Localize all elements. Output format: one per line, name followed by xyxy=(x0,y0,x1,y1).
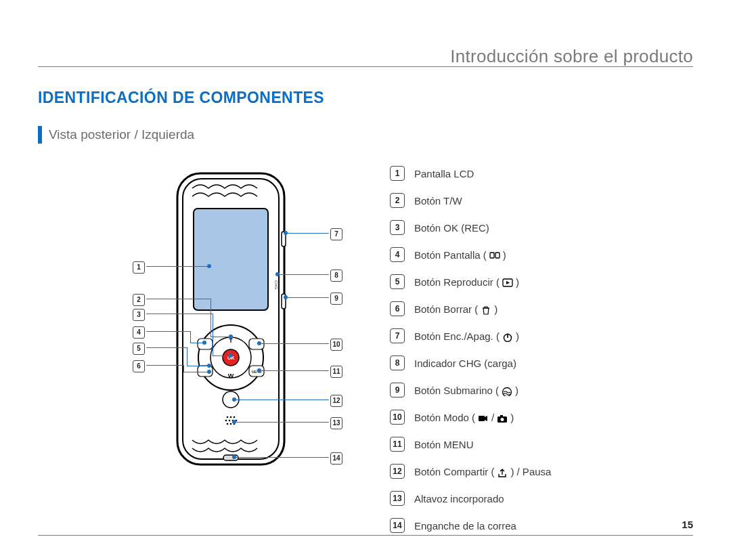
legend-number: 1 xyxy=(390,166,405,181)
legend-row: 12Botón Compartir () / Pausa xyxy=(390,458,693,485)
legend-text: Botón Enc./Apag. () xyxy=(414,330,519,341)
svg-point-18 xyxy=(225,420,227,422)
content-row: CHG OK T W xyxy=(38,160,693,539)
chapter-title: Introducción sobre el producto xyxy=(450,46,693,67)
slash: / xyxy=(491,412,494,423)
legend-row: 4Botón Pantalla () xyxy=(390,241,693,268)
view-heading: Vista posterior / Izquierda xyxy=(38,126,693,144)
legend-number: 4 xyxy=(390,247,405,262)
display-icon xyxy=(489,249,500,260)
legend-text: Botón Borrar () xyxy=(414,303,497,314)
callout-3: 3 xyxy=(133,307,145,321)
legend-number: 11 xyxy=(390,437,405,452)
view-label: Vista posterior / Izquierda xyxy=(49,127,194,142)
power-icon xyxy=(502,330,513,341)
legend-text: Altavoz incorporado xyxy=(414,493,504,504)
legend-text: Botón Pantalla () xyxy=(414,249,506,260)
legend-number: 10 xyxy=(390,410,405,425)
legend-number: 14 xyxy=(390,518,405,533)
device-diagram: CHG OK T W xyxy=(38,160,376,512)
svg-rect-2 xyxy=(194,209,268,310)
trash-icon xyxy=(481,303,491,314)
legend-text: Enganche de la correa xyxy=(414,520,516,532)
camera-icon xyxy=(497,411,508,423)
svg-point-22 xyxy=(227,423,229,425)
svg-point-15 xyxy=(227,416,229,418)
legend-row: 13Altavoz incorporado xyxy=(390,485,693,512)
accent-bar xyxy=(38,126,42,144)
play-icon xyxy=(502,276,513,287)
svg-point-16 xyxy=(230,416,232,418)
page-number: 15 xyxy=(682,519,693,530)
underwater-icon xyxy=(502,384,512,395)
legend-row: 11Botón MENU xyxy=(390,431,693,458)
legend-number: 2 xyxy=(390,193,405,208)
device-illustration: CHG OK T W xyxy=(173,169,288,477)
legend-text: Botón Modo (/) xyxy=(414,411,514,423)
callout-11: 11 xyxy=(330,364,342,378)
manual-page: Introducción sobre el producto IDENTIFIC… xyxy=(0,0,731,560)
legend-row: 5Botón Reproducir () xyxy=(390,268,693,295)
callout-5: 5 xyxy=(133,341,145,355)
legend-text: Botón Submarino () xyxy=(414,384,518,395)
legend-text: Indicador CHG (carga) xyxy=(414,358,516,369)
svg-point-17 xyxy=(234,416,236,418)
legend-list: 1Pantalla LCD2Botón T/W3Botón OK (REC)4B… xyxy=(376,160,693,539)
legend-text: Botón MENU xyxy=(414,439,474,450)
legend-row: 9Botón Submarino () xyxy=(390,376,693,404)
legend-number: 7 xyxy=(390,328,405,343)
callout-9: 9 xyxy=(330,291,342,305)
video-icon xyxy=(478,411,489,423)
legend-number: 13 xyxy=(390,491,405,506)
legend-row: 6Botón Borrar () xyxy=(390,295,693,322)
callout-13: 13 xyxy=(330,416,342,429)
legend-row: 1Pantalla LCD xyxy=(390,160,693,187)
section-title: IDENTIFICACIÓN DE COMPONENTES xyxy=(38,89,693,107)
legend-row: 2Botón T/W xyxy=(390,187,693,214)
svg-point-23 xyxy=(230,423,232,425)
legend-number: 9 xyxy=(390,383,405,397)
legend-row: 7Botón Enc./Apag. () xyxy=(390,322,693,349)
footer-rule xyxy=(38,535,693,536)
callout-10: 10 xyxy=(330,337,342,351)
legend-number: 12 xyxy=(390,464,405,479)
legend-text: Botón OK (REC) xyxy=(414,222,489,234)
legend-number: 3 xyxy=(390,220,405,235)
callout-8: 8 xyxy=(330,268,342,282)
svg-text:W: W xyxy=(228,372,234,379)
callout-1: 1 xyxy=(133,260,145,274)
legend-row: 10Botón Modo (/) xyxy=(390,404,693,431)
legend-text: Botón Compartir () / Pausa xyxy=(414,465,551,477)
svg-rect-11 xyxy=(249,339,264,349)
legend-text: Pantalla LCD xyxy=(414,168,474,179)
legend-text: Botón Reproducir () xyxy=(414,276,519,287)
share-icon xyxy=(497,465,508,477)
callout-4: 4 xyxy=(133,325,145,339)
callout-12: 12 xyxy=(330,393,342,407)
legend-row: 3Botón OK (REC) xyxy=(390,214,693,241)
svg-point-19 xyxy=(229,420,231,422)
chg-label: CHG xyxy=(274,280,278,290)
legend-text: Botón T/W xyxy=(414,195,462,207)
legend-number: 6 xyxy=(390,301,405,316)
legend-number: 5 xyxy=(390,274,405,289)
legend-number: 8 xyxy=(390,356,405,370)
callout-2: 2 xyxy=(133,293,145,306)
legend-row: 8Indicador CHG (carga) xyxy=(390,349,693,376)
callout-6: 6 xyxy=(133,359,145,372)
callout-7: 7 xyxy=(330,227,342,240)
callout-14: 14 xyxy=(330,451,342,465)
